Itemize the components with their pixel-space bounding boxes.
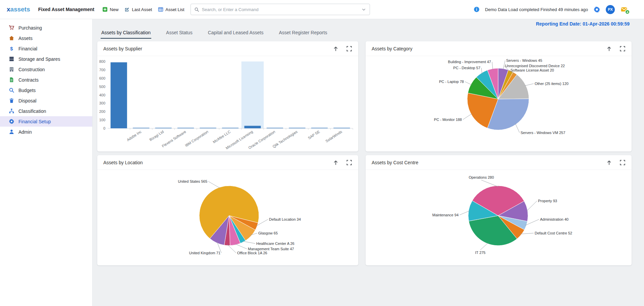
sidebar-item-financial-setup[interactable]: Financial Setup: [0, 116, 92, 127]
card-assets-by-location: Assets by Location United States 565Defa…: [97, 155, 358, 265]
topbar: xassets Fixed Asset Management NewLast A…: [0, 0, 644, 19]
svg-text:600: 600: [99, 76, 105, 80]
svg-text:Operations 280: Operations 280: [469, 175, 494, 179]
svg-text:Glasgow 65: Glasgow 65: [258, 231, 278, 235]
new-button[interactable]: New: [102, 7, 118, 12]
tabs: Assets by ClassificationAsset StatusCapi…: [97, 27, 632, 39]
card-title: Assets by Category: [372, 46, 412, 51]
building-icon: [9, 67, 14, 72]
card-header: Assets by Cost Centre: [366, 155, 632, 170]
svg-text:300: 300: [99, 101, 105, 105]
svg-text:Servers - Windows VM 257: Servers - Windows VM 257: [521, 131, 565, 135]
svg-text:SAP SE: SAP SE: [307, 130, 321, 140]
sidebar-item-classification[interactable]: Classification: [0, 106, 92, 116]
plus-icon: [102, 7, 108, 12]
sidebar: PurchasingAssets$FinancialStorage and Sp…: [0, 19, 93, 306]
export-arrow-up-icon[interactable]: [606, 46, 612, 52]
gear-icon: [9, 119, 14, 124]
expand-icon[interactable]: [620, 46, 626, 52]
sidebar-item-construction[interactable]: Construction: [0, 64, 92, 75]
app-logo[interactable]: xassets: [7, 6, 30, 13]
tab-assets-by-classification[interactable]: Assets by Classification: [101, 28, 151, 39]
settings-gear-icon[interactable]: [593, 6, 600, 13]
sidebar-item-label: Financial Setup: [18, 119, 51, 124]
logo-text: assets: [10, 6, 30, 13]
search-bar: [191, 4, 370, 15]
sidebar-item-financial[interactable]: $Financial: [0, 43, 92, 54]
document-icon: [9, 77, 14, 83]
tab-capital-and-leased-assets[interactable]: Capital and Leased Assets: [207, 28, 264, 39]
person-icon: [9, 129, 14, 135]
button-label: Asset List: [165, 7, 184, 12]
assets-by-category-chart[interactable]: Servers - Windows 45Unrecognised Discove…: [366, 56, 632, 151]
sidebar-item-admin[interactable]: Admin: [0, 127, 92, 137]
card-title: Assets by Cost Centre: [372, 160, 418, 165]
svg-text:McAfee LLC: McAfee LLC: [212, 130, 231, 144]
magnifier-icon: [9, 87, 14, 93]
sidebar-item-label: Budgets: [18, 88, 36, 93]
cart-icon: [9, 25, 14, 31]
svg-text:400: 400: [99, 93, 105, 97]
chevron-down-icon[interactable]: [361, 7, 366, 12]
last-asset-button[interactable]: Last Asset: [124, 7, 152, 12]
svg-text:PC - Desktop 57: PC - Desktop 57: [453, 66, 480, 70]
info-icon[interactable]: [474, 6, 480, 12]
home-icon: [9, 35, 14, 41]
svg-text:500: 500: [99, 85, 105, 89]
search-icon: [194, 7, 199, 12]
card-assets-by-category: Assets by Category Servers - Windows 45U…: [366, 41, 632, 151]
sidebar-item-purchasing[interactable]: Purchasing: [0, 23, 92, 33]
svg-text:United Kingdom 71: United Kingdom 71: [189, 251, 220, 255]
svg-text:Healthcare Center A 26: Healthcare Center A 26: [256, 242, 294, 246]
svg-text:Building - Improvement 47: Building - Improvement 47: [448, 60, 491, 64]
svg-text:Property 93: Property 93: [538, 199, 557, 203]
user-avatar[interactable]: PX: [606, 5, 615, 14]
sidebar-item-contracts[interactable]: Contracts: [0, 75, 92, 85]
svg-text:200: 200: [99, 110, 105, 114]
sidebar-item-budgets[interactable]: Budgets: [0, 85, 92, 95]
export-arrow-up-icon[interactable]: [333, 160, 339, 166]
svg-text:Servers - Windows 45: Servers - Windows 45: [506, 58, 542, 62]
edit-icon: [124, 7, 130, 12]
search-input[interactable]: [202, 7, 359, 12]
card-actions: [606, 160, 626, 166]
assets-by-supplier-chart[interactable]: 0100200300400500600700800Adobe IncBizagi…: [97, 56, 358, 151]
svg-text:SolarWinds: SolarWinds: [325, 129, 343, 143]
assets-by-location-chart[interactable]: United States 565Default Location 34Glas…: [97, 170, 358, 265]
svg-text:Adobe Inc: Adobe Inc: [126, 129, 143, 142]
svg-text:Unrecognised Discovered Device: Unrecognised Discovered Device 22: [505, 64, 565, 68]
card-actions: [333, 46, 352, 52]
sitemap-icon: [9, 108, 14, 114]
sidebar-item-label: Storage and Spares: [18, 56, 60, 62]
sidebar-item-label: Purchasing: [18, 25, 42, 31]
asset-list-button[interactable]: Asset List: [158, 7, 184, 12]
reporting-end-date: Reporting End Date: 01-Apr-2026 00:59:59: [97, 19, 632, 27]
sidebar-item-label: Admin: [18, 129, 32, 135]
svg-text:700: 700: [99, 68, 105, 72]
assets-by-cost-centre-chart[interactable]: Operations 280Property 93Administration …: [366, 170, 632, 265]
expand-icon[interactable]: [346, 160, 352, 166]
card-title: Assets by Supplier: [103, 46, 142, 51]
svg-text:Maintenance 94: Maintenance 94: [432, 213, 459, 217]
sidebar-item-assets[interactable]: Assets: [0, 33, 92, 43]
svg-text:$: $: [10, 46, 13, 51]
export-arrow-up-icon[interactable]: [606, 160, 612, 166]
card-actions: [606, 46, 626, 52]
sidebar-item-disposal[interactable]: Disposal: [0, 95, 92, 106]
status-message: Demo Data Load completed Finished 49 min…: [485, 7, 588, 12]
card-assets-by-supplier: Assets by Supplier 010020030040050060070…: [97, 41, 358, 151]
svg-text:0: 0: [103, 126, 105, 130]
svg-text:Default Cost Centre 52: Default Cost Centre 52: [535, 231, 572, 235]
export-arrow-up-icon[interactable]: [333, 46, 339, 52]
expand-icon[interactable]: [346, 46, 352, 52]
card-assets-by-cost-centre: Assets by Cost Centre Operations 280Prop…: [366, 155, 632, 265]
expand-icon[interactable]: [620, 160, 626, 166]
svg-text:Other (25 items) 120: Other (25 items) 120: [535, 82, 569, 86]
svg-text:800: 800: [99, 59, 105, 63]
mail-button[interactable]: 4: [620, 6, 628, 13]
tab-asset-status[interactable]: Asset Status: [165, 28, 193, 39]
tab-asset-register-reports[interactable]: Asset Register Reports: [278, 28, 328, 39]
sidebar-item-label: Construction: [18, 67, 45, 72]
logo-x: x: [7, 6, 10, 13]
sidebar-item-storage-and-spares[interactable]: Storage and Spares: [0, 54, 92, 64]
